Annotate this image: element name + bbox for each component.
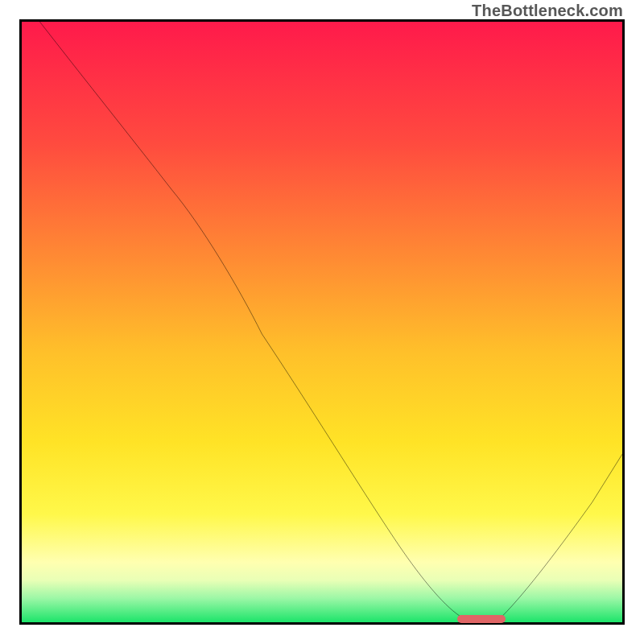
watermark-text: TheBottleneck.com [472, 2, 623, 20]
gradient-rect [22, 22, 622, 622]
chart-background-gradient [22, 22, 622, 622]
chart-frame [19, 19, 625, 625]
optimal-range-marker [457, 615, 506, 623]
